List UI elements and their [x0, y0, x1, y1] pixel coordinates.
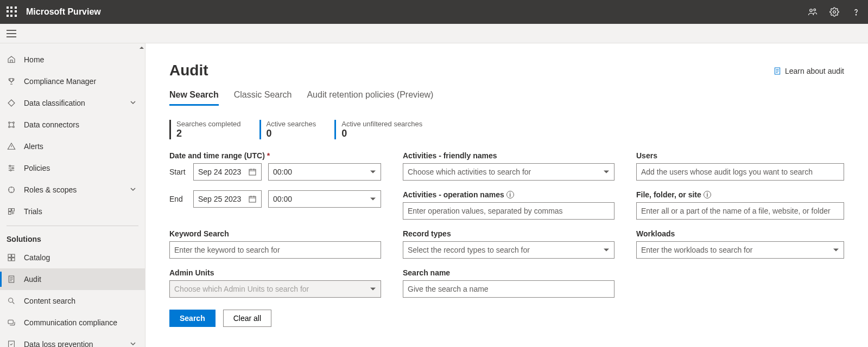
stat-active-unfiltered-searches: Active unfiltered searches 0 [334, 120, 422, 139]
svg-rect-13 [12, 209, 15, 211]
end-date-value: Sep 25 2023 [198, 195, 245, 203]
sidebar-item-alerts[interactable]: Alerts [0, 136, 145, 157]
sidebar-section-label: Solutions [0, 229, 145, 247]
date-range-block: Date and time range (UTC) * Start Sep 24… [169, 151, 381, 208]
keyword-input[interactable] [169, 241, 381, 259]
info-icon[interactable]: i [704, 191, 711, 198]
start-date-value: Sep 24 2023 [198, 168, 245, 176]
sidebar-item-data-connectors[interactable]: Data connectors [0, 114, 145, 136]
page-header: Audit Learn about audit [169, 62, 844, 79]
sidebar-item-label: Data loss prevention [24, 340, 93, 347]
people-icon[interactable] [807, 7, 818, 17]
stat-value: 0 [267, 128, 316, 139]
stat-searches-completed: Searches completed 2 [169, 120, 241, 139]
menu-toggle-icon[interactable] [7, 30, 16, 37]
app-launcher-icon[interactable] [7, 7, 17, 17]
sidebar-item-policies[interactable]: Policies [0, 157, 145, 179]
activities-op-input[interactable] [403, 202, 614, 220]
end-row: End Sep 25 2023 00:00 [169, 190, 381, 208]
sidebar-item-trials[interactable]: Trials [0, 201, 145, 222]
help-icon[interactable] [851, 7, 861, 17]
clear-all-button[interactable]: Clear all [223, 310, 271, 327]
tab-classic-search[interactable]: Classic Search [234, 90, 292, 106]
svg-rect-21 [8, 320, 13, 324]
activities-friendly-select[interactable]: Choose which activities to search for [403, 163, 614, 181]
record-types-select[interactable]: Select the record types to search for [403, 241, 614, 259]
required-asterisk: * [267, 151, 270, 160]
svg-rect-16 [12, 254, 15, 257]
sidebar: Home Compliance Manager Data classificat… [0, 43, 145, 347]
layout: Home Compliance Manager Data classificat… [0, 43, 868, 347]
record-types-label: Record types [403, 229, 614, 238]
sidebar-item-label: Alerts [24, 142, 43, 151]
end-date-picker[interactable]: Sep 25 2023 [193, 190, 262, 208]
catalog-icon [7, 253, 16, 262]
svg-rect-12 [9, 209, 11, 211]
start-time-value: 00:00 [273, 168, 292, 176]
sidebar-item-content-search[interactable]: Content search [0, 290, 145, 312]
svg-point-10 [10, 170, 11, 171]
sidebar-item-label: Data connectors [24, 120, 79, 129]
start-time-select[interactable]: 00:00 [268, 163, 381, 181]
sidebar-item-catalog[interactable]: Catalog [0, 247, 145, 268]
sidebar-item-label: Roles & scopes [24, 185, 77, 194]
settings-icon[interactable] [829, 7, 840, 17]
svg-point-5 [13, 122, 15, 124]
info-icon[interactable]: i [506, 191, 514, 198]
sidebar-item-label: Communication compliance [24, 318, 117, 327]
svg-rect-24 [249, 169, 256, 175]
end-time-select[interactable]: 00:00 [268, 190, 381, 208]
sidebar-item-compliance-manager[interactable]: Compliance Manager [0, 70, 145, 92]
workloads-block: Workloads Enter the workloads to search … [636, 229, 844, 259]
svg-point-20 [9, 298, 13, 303]
workloads-select[interactable]: Enter the workloads to search for [636, 241, 844, 259]
tabs: New Search Classic Search Audit retentio… [169, 90, 844, 106]
tab-new-search[interactable]: New Search [169, 90, 219, 106]
search-icon [7, 296, 16, 306]
topbar-right [807, 7, 861, 17]
sidebar-item-label: Catalog [24, 253, 50, 262]
svg-point-7 [13, 126, 15, 128]
admin-units-select[interactable]: Choose which Admin Units to search for [169, 280, 381, 298]
sidebar-item-label: Data classification [24, 99, 85, 107]
stat-value: 0 [341, 128, 422, 139]
search-name-label: Search name [403, 268, 614, 277]
admin-units-block: Admin Units Choose which Admin Units to … [169, 268, 381, 298]
svg-point-9 [12, 168, 14, 169]
workloads-label: Workloads [636, 229, 844, 238]
search-name-input[interactable] [403, 280, 614, 298]
learn-about-audit-link[interactable]: Learn about audit [773, 67, 844, 75]
record-types-block: Record types Select the record types to … [403, 229, 614, 259]
sidebar-item-communication-compliance[interactable]: Communication compliance [0, 312, 145, 333]
end-time-value: 00:00 [273, 195, 292, 203]
stat-label: Active searches [267, 120, 316, 128]
chevron-down-icon [130, 99, 136, 107]
svg-point-4 [9, 122, 10, 124]
stat-value: 2 [176, 128, 241, 139]
sidebar-item-label: Policies [24, 164, 50, 172]
search-button[interactable]: Search [169, 310, 216, 327]
communication-icon [7, 318, 16, 327]
sidebar-item-roles-scopes[interactable]: Roles & scopes [0, 179, 145, 201]
sidebar-item-data-classification[interactable]: Data classification [0, 92, 145, 114]
start-date-picker[interactable]: Sep 24 2023 [193, 163, 262, 181]
audit-icon [7, 274, 16, 284]
file-folder-label: File, folder, or site i [636, 190, 844, 199]
sidebar-item-data-loss-prevention[interactable]: Data loss prevention [0, 333, 145, 347]
users-input[interactable] [636, 163, 844, 181]
svg-point-0 [810, 9, 813, 12]
start-label: Start [169, 168, 187, 176]
file-folder-input[interactable] [636, 202, 844, 220]
admin-units-label: Admin Units [169, 268, 381, 277]
dlp-icon [7, 339, 16, 347]
scope-icon [7, 185, 16, 195]
sidebar-item-label: Compliance Manager [24, 77, 96, 86]
sidebar-item-audit[interactable]: Audit [0, 268, 145, 290]
sidebar-item-home[interactable]: Home [0, 49, 145, 70]
document-icon [773, 67, 782, 75]
sidebar-divider [7, 226, 138, 226]
svg-rect-25 [249, 196, 256, 202]
svg-point-6 [9, 126, 10, 128]
end-label: End [169, 195, 187, 203]
tab-audit-retention-policies[interactable]: Audit retention policies (Preview) [307, 90, 433, 106]
